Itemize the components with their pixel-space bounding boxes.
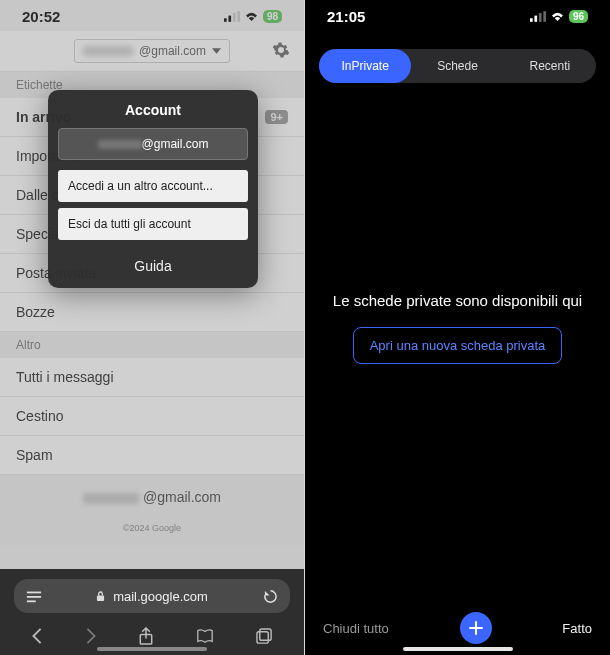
done-button[interactable]: Fatto (562, 621, 592, 636)
tabs-button[interactable] (256, 628, 273, 645)
share-icon (138, 627, 154, 646)
svg-rect-4 (27, 592, 41, 594)
bookmarks-button[interactable] (196, 628, 214, 644)
account-modal: Account @gmail.com Accedi a un altro acc… (48, 90, 258, 288)
modal-add-account[interactable]: Accedi a un altro account... (58, 170, 248, 202)
modal-title: Account (48, 90, 258, 128)
url-text: mail.google.com (113, 589, 208, 604)
modal-current-account[interactable]: @gmail.com (58, 128, 248, 160)
book-icon (196, 628, 214, 644)
close-all-button[interactable]: Chiudi tutto (323, 621, 389, 636)
svg-rect-10 (257, 631, 268, 642)
plus-icon (468, 620, 484, 636)
home-indicator[interactable] (97, 647, 207, 651)
chevron-right-icon (85, 627, 97, 645)
svg-rect-7 (97, 595, 104, 600)
url-field[interactable]: mail.google.com (14, 579, 290, 613)
chevron-left-icon (31, 627, 43, 645)
reload-button[interactable] (263, 589, 278, 604)
nav-back-button[interactable] (31, 627, 43, 645)
home-indicator[interactable] (403, 647, 513, 651)
empty-state: Le schede private sono disponibili qui A… (305, 0, 610, 655)
svg-rect-9 (260, 628, 271, 639)
lock-icon (96, 591, 105, 602)
safari-url-bar: mail.google.com (0, 569, 304, 623)
open-private-tab-button[interactable]: Apri una nuova scheda privata (353, 327, 563, 364)
empty-message: Le schede private sono disponibili qui (333, 292, 582, 309)
new-tab-button[interactable] (460, 612, 492, 644)
phone-left-gmail: 20:52 98 @gmail.com Etichette In arrivo … (0, 0, 305, 655)
share-button[interactable] (138, 627, 154, 646)
page-settings-button[interactable] (26, 589, 42, 603)
reload-icon (263, 589, 278, 604)
modal-current-redacted (98, 140, 142, 149)
nav-forward-button[interactable] (85, 627, 97, 645)
phone-right-edge: 21:05 96 InPrivate Schede Recenti Le sch… (305, 0, 610, 655)
svg-rect-5 (27, 596, 41, 598)
svg-rect-6 (27, 600, 36, 602)
modal-signout-all[interactable]: Esci da tutti gli account (58, 208, 248, 240)
tabs-icon (256, 628, 273, 645)
modal-help[interactable]: Guida (48, 246, 258, 288)
page-settings-icon (26, 589, 42, 603)
